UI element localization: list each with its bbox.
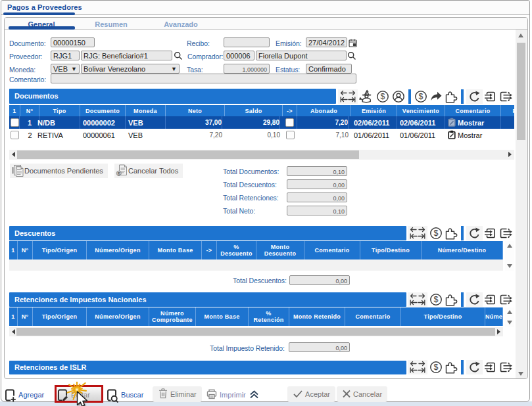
svg-text:$: $: [381, 92, 385, 101]
svg-text:$: $: [118, 171, 121, 177]
svg-text:$: $: [434, 229, 439, 238]
svg-text:$: $: [434, 363, 439, 372]
svg-text:$: $: [419, 92, 423, 101]
svg-text:$: $: [434, 295, 439, 304]
